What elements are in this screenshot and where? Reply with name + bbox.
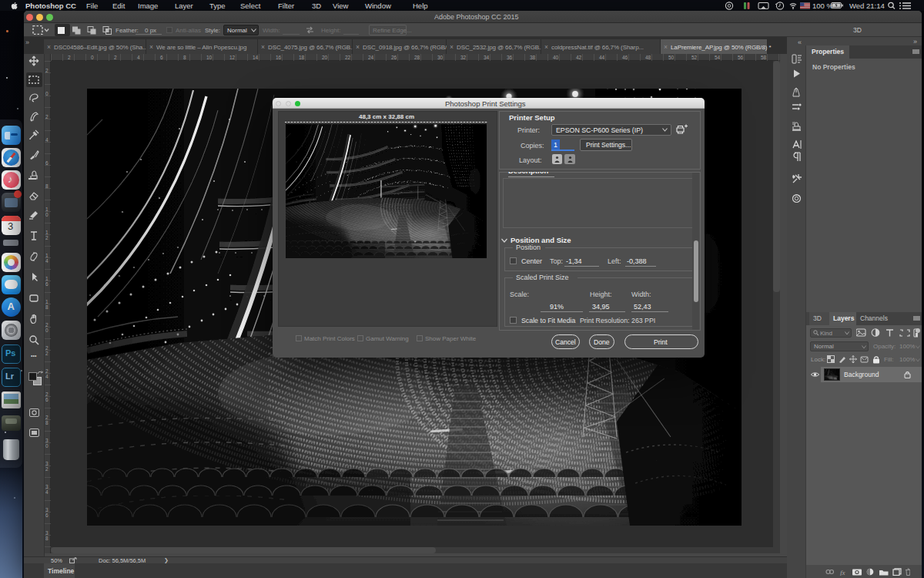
svg-text:fx: fx bbox=[840, 569, 845, 576]
